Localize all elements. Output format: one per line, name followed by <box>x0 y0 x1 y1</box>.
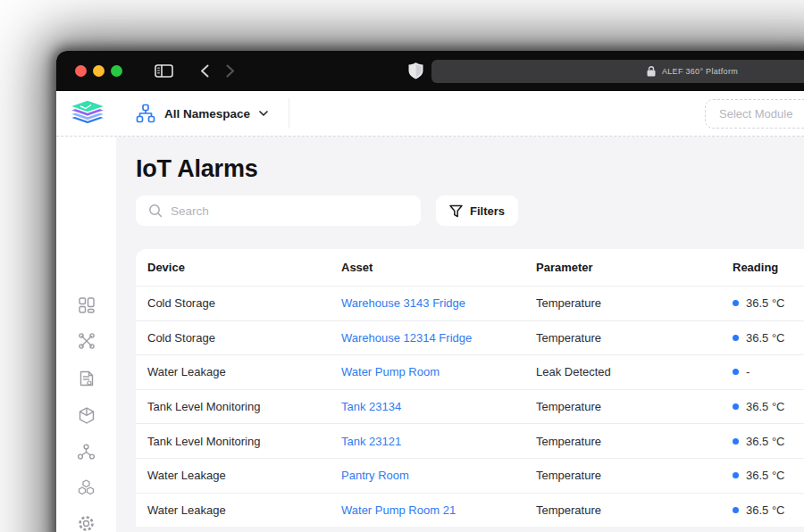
app-sidebar <box>56 137 116 532</box>
reading-cell: 36.5 °C <box>733 296 804 310</box>
reading-value: 36.5 °C <box>746 296 785 310</box>
network-nodes-icon[interactable] <box>78 443 96 461</box>
chevron-down-icon <box>259 111 268 116</box>
reading-cell: - <box>733 365 804 378</box>
shield-privacy-icon[interactable] <box>408 62 423 79</box>
column-header-reading: Reading <box>733 261 804 274</box>
address-bar-text: ALEF 360° Platform <box>662 67 738 76</box>
asset-link[interactable]: Water Pump Room 21 <box>341 503 536 517</box>
module-select-placeholder: Select Module <box>719 107 792 121</box>
header-divider <box>289 98 289 129</box>
parameter-cell: Temperature <box>536 435 733 448</box>
reading-status-dot <box>733 472 739 478</box>
back-button-icon[interactable] <box>200 64 209 78</box>
reading-status-dot <box>733 335 739 341</box>
search-placeholder: Search <box>171 204 209 218</box>
device-cell: Tank Level Monitoring <box>147 435 341 448</box>
alarms-table: Device Asset Parameter Reading Cold Stor… <box>136 249 804 527</box>
reading-value: 36.5 °C <box>746 503 785 517</box>
reading-value: 36.5 °C <box>746 331 785 345</box>
device-cell: Water Leakage <box>147 365 341 378</box>
device-cell: Cold Storage <box>147 296 341 310</box>
browser-titlebar: ALEF 360° Platform <box>56 51 804 91</box>
table-row: Water Leakage Water Pump Room Leak Detec… <box>136 354 804 389</box>
reading-status-dot <box>733 403 739 410</box>
cubes-stack-icon[interactable] <box>78 478 96 496</box>
reading-value: 36.5 °C <box>746 469 785 482</box>
gear-icon[interactable] <box>78 514 96 532</box>
filters-button-label: Filters <box>470 204 505 218</box>
device-cell: Cold Storage <box>147 331 341 345</box>
parameter-cell: Temperature <box>536 331 733 345</box>
report-document-icon[interactable] <box>78 370 96 387</box>
traffic-lights <box>75 65 122 77</box>
reading-cell: 36.5 °C <box>733 331 804 345</box>
device-cell: Water Leakage <box>147 503 341 517</box>
table-header-row: Device Asset Parameter Reading <box>136 249 804 286</box>
reading-value: 36.5 °C <box>746 435 785 448</box>
reading-status-dot <box>733 507 739 513</box>
search-input[interactable]: Search <box>136 195 421 226</box>
reading-value: 36.5 °C <box>746 400 785 413</box>
reading-status-dot <box>733 369 739 375</box>
tools-icon[interactable] <box>78 332 96 350</box>
parameter-cell: Leak Detected <box>536 365 733 378</box>
maximize-window-button[interactable] <box>111 65 122 77</box>
content-area: IoT Alarms Search <box>116 137 804 532</box>
lock-icon <box>647 66 656 77</box>
reading-value: - <box>746 365 750 378</box>
app-logo[interactable] <box>68 99 107 129</box>
reading-status-dot <box>733 300 739 306</box>
reading-status-dot <box>733 438 739 445</box>
minimize-window-button[interactable] <box>93 65 105 77</box>
table-row: Water Leakage Pantry Room Temperature 36… <box>136 458 804 493</box>
funnel-icon <box>449 204 463 218</box>
asset-link[interactable]: Pantry Room <box>341 469 536 482</box>
sidebar-toggle-icon[interactable] <box>155 64 173 78</box>
asset-link[interactable]: Tank 23121 <box>341 435 536 448</box>
parameter-cell: Temperature <box>536 400 733 413</box>
asset-link[interactable]: Tank 23134 <box>341 400 536 413</box>
forward-button-icon[interactable] <box>226 64 235 78</box>
search-icon <box>148 204 163 218</box>
browser-window: ALEF 360° Platform All Namesp <box>56 51 804 532</box>
parameter-cell: Temperature <box>536 503 733 517</box>
namespace-label: All Namespace <box>164 107 250 121</box>
asset-link[interactable]: Water Pump Room <box>341 365 536 378</box>
reading-cell: 36.5 °C <box>733 435 804 448</box>
app-header: All Namespace Select Module <box>56 91 804 137</box>
asset-link[interactable]: Warehouse 12314 Fridge <box>341 331 536 345</box>
device-cell: Tank Level Monitoring <box>147 400 341 413</box>
parameter-cell: Temperature <box>536 296 733 310</box>
device-cell: Water Leakage <box>147 469 341 482</box>
table-body: Cold Storage Warehouse 3143 Fridge Tempe… <box>136 286 804 527</box>
parameter-cell: Temperature <box>536 469 733 482</box>
page-title: IoT Alarms <box>136 155 804 183</box>
table-row: Cold Storage Warehouse 3143 Fridge Tempe… <box>136 286 804 320</box>
reading-cell: 36.5 °C <box>733 469 804 482</box>
module-select[interactable]: Select Module <box>705 99 804 129</box>
dashboard-grid-icon[interactable] <box>78 296 96 314</box>
table-row: Tank Level Monitoring Tank 23134 Tempera… <box>136 389 804 424</box>
table-row: Water Leakage Water Pump Room 21 Tempera… <box>136 493 804 528</box>
namespace-selector[interactable]: All Namespace <box>136 104 268 123</box>
address-bar[interactable]: ALEF 360° Platform <box>431 60 804 83</box>
filters-button[interactable]: Filters <box>436 195 518 226</box>
reading-cell: 36.5 °C <box>733 503 804 517</box>
column-header-device: Device <box>147 261 341 274</box>
table-row: Tank Level Monitoring Tank 23121 Tempera… <box>136 423 804 458</box>
asset-link[interactable]: Warehouse 3143 Fridge <box>341 296 536 310</box>
column-header-parameter: Parameter <box>536 261 733 274</box>
namespace-hierarchy-icon <box>136 104 155 123</box>
cube-icon[interactable] <box>78 406 96 424</box>
table-row: Cold Storage Warehouse 12314 Fridge Temp… <box>136 320 804 355</box>
column-header-asset: Asset <box>341 261 536 274</box>
reading-cell: 36.5 °C <box>733 400 804 413</box>
close-window-button[interactable] <box>75 65 87 77</box>
